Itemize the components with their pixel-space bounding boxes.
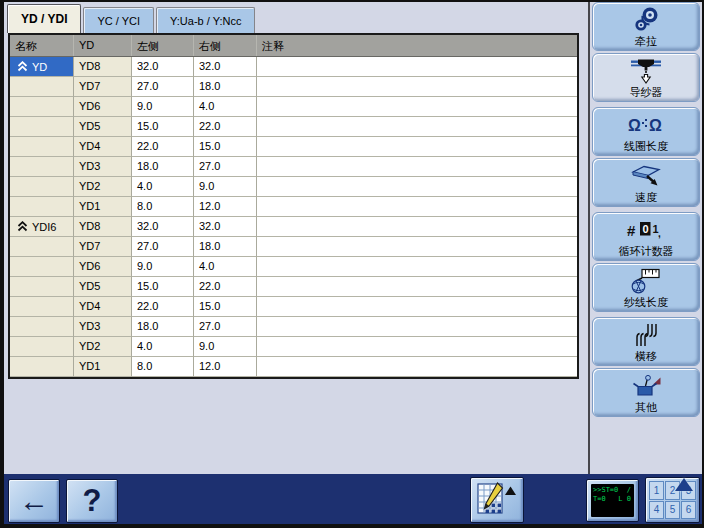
comment-cell[interactable] xyxy=(257,317,577,337)
sidebar-button-yarn-length[interactable]: 纱线长度 xyxy=(592,263,700,312)
machine-status-button[interactable]: >>ST=0 /T=0 L 0 xyxy=(586,479,639,522)
yd-label-cell: YD6 xyxy=(74,97,132,117)
group-name-cell[interactable]: YDI6 xyxy=(10,217,74,237)
left-value-cell[interactable]: 22.0 xyxy=(132,297,194,317)
comment-cell[interactable] xyxy=(257,117,577,137)
group-name-cell[interactable] xyxy=(10,257,74,277)
left-value-cell[interactable]: 15.0 xyxy=(132,277,194,297)
group-name-cell[interactable] xyxy=(10,297,74,317)
right-value-cell[interactable]: 12.0 xyxy=(194,357,257,377)
group-name-cell[interactable] xyxy=(10,77,74,97)
sidebar-button-yarn-carrier[interactable]: 导纱器 xyxy=(592,53,700,102)
left-value-cell[interactable]: 32.0 xyxy=(132,217,194,237)
right-value-cell[interactable]: 15.0 xyxy=(194,137,257,157)
comment-cell[interactable] xyxy=(257,257,577,277)
left-value-cell[interactable]: 18.0 xyxy=(132,157,194,177)
comment-cell[interactable] xyxy=(257,157,577,177)
right-value-cell[interactable]: 12.0 xyxy=(194,197,257,217)
sidebar-button-others[interactable]: 其他 xyxy=(592,368,700,417)
header-comment: 注释 xyxy=(257,35,577,56)
left-value-cell[interactable]: 8.0 xyxy=(132,357,194,377)
comment-cell[interactable] xyxy=(257,217,577,237)
sidebar-button-cycle-counter[interactable]: # 0 1 , 循环计数器 xyxy=(592,212,700,261)
keypad-digit: 6 xyxy=(681,501,696,520)
sidebar-button-speed[interactable]: 速度 xyxy=(592,158,700,207)
group-name-cell[interactable] xyxy=(10,137,74,157)
left-value-cell[interactable]: 9.0 xyxy=(132,257,194,277)
right-value-cell[interactable]: 18.0 xyxy=(194,237,257,257)
right-value-cell[interactable]: 22.0 xyxy=(194,277,257,297)
comment-cell[interactable] xyxy=(257,97,577,117)
right-value-cell[interactable]: 15.0 xyxy=(194,297,257,317)
left-value-cell[interactable]: 4.0 xyxy=(132,177,194,197)
screen-frame-bottom xyxy=(0,524,704,528)
group-name-cell[interactable] xyxy=(10,97,74,117)
right-value-cell[interactable]: 4.0 xyxy=(194,97,257,117)
yd-label-cell: YD6 xyxy=(74,257,132,277)
left-value-cell[interactable]: 9.0 xyxy=(132,97,194,117)
right-value-cell[interactable]: 9.0 xyxy=(194,337,257,357)
left-value-cell[interactable]: 32.0 xyxy=(132,57,194,77)
group-name-cell[interactable] xyxy=(10,277,74,297)
comment-cell[interactable] xyxy=(257,77,577,97)
yd-label-cell: YD7 xyxy=(74,237,132,257)
sidebar-label: 牵拉 xyxy=(635,35,657,47)
yd-label-cell: YD1 xyxy=(74,197,132,217)
group-name-cell[interactable] xyxy=(10,157,74,177)
left-value-cell[interactable]: 18.0 xyxy=(132,317,194,337)
comment-cell[interactable] xyxy=(257,177,577,197)
table-row: YD69.04.0 xyxy=(10,97,577,117)
comment-cell[interactable] xyxy=(257,277,577,297)
group-name-cell[interactable] xyxy=(10,237,74,257)
left-value-cell[interactable]: 4.0 xyxy=(132,337,194,357)
others-icon xyxy=(630,373,662,400)
table-header-row: 名称 YD 左侧 右侧 注释 xyxy=(10,35,577,57)
left-value-cell[interactable]: 15.0 xyxy=(132,117,194,137)
sidebar-label: 线圈长度 xyxy=(624,140,668,152)
table-row: YD515.022.0 xyxy=(10,277,577,297)
yarn-carrier-icon xyxy=(630,58,662,85)
tab-yuab-yncc[interactable]: Y:Ua-b / Y:Ncc xyxy=(156,7,255,33)
back-arrow-icon: ← xyxy=(19,484,49,518)
right-value-cell[interactable]: 27.0 xyxy=(194,317,257,337)
back-button[interactable]: ← xyxy=(8,479,60,523)
sidebar-button-loop-length[interactable]: Ω Ω 线圈长度 xyxy=(592,107,700,156)
comment-cell[interactable] xyxy=(257,197,577,217)
comment-cell[interactable] xyxy=(257,357,577,377)
numeric-keypad-button[interactable]: 1 2 3 4 5 6 xyxy=(645,477,700,523)
group-name-cell[interactable] xyxy=(10,117,74,137)
help-button[interactable]: ? xyxy=(66,479,118,523)
table-row: YD422.015.0 xyxy=(10,297,577,317)
right-value-cell[interactable]: 27.0 xyxy=(194,157,257,177)
tab-yc-yci[interactable]: YC / YCI xyxy=(83,7,154,33)
right-value-cell[interactable]: 32.0 xyxy=(194,217,257,237)
group-name-cell[interactable] xyxy=(10,197,74,217)
right-value-cell[interactable]: 4.0 xyxy=(194,257,257,277)
comment-cell[interactable] xyxy=(257,57,577,77)
right-value-cell[interactable]: 9.0 xyxy=(194,177,257,197)
tab-yd-ydi[interactable]: YD / YDI xyxy=(7,4,81,33)
group-name-cell[interactable] xyxy=(10,357,74,377)
sidebar-button-takedown[interactable]: 牵拉 xyxy=(592,2,700,51)
sidebar-button-racking[interactable]: 横移 xyxy=(592,317,700,366)
table-row: YDI6YD832.032.0 xyxy=(10,217,577,237)
group-name-cell[interactable] xyxy=(10,177,74,197)
group-name-cell[interactable] xyxy=(10,317,74,337)
right-value-cell[interactable]: 22.0 xyxy=(194,117,257,137)
group-name-cell[interactable]: YD xyxy=(10,57,74,77)
comment-cell[interactable] xyxy=(257,237,577,257)
left-value-cell[interactable]: 8.0 xyxy=(132,197,194,217)
comment-cell[interactable] xyxy=(257,297,577,317)
comment-cell[interactable] xyxy=(257,337,577,357)
table-row: YD318.027.0 xyxy=(10,317,577,337)
group-name-cell[interactable] xyxy=(10,337,74,357)
edit-table-button[interactable] xyxy=(470,477,524,523)
right-value-cell[interactable]: 18.0 xyxy=(194,77,257,97)
left-value-cell[interactable]: 22.0 xyxy=(132,137,194,157)
left-value-cell[interactable]: 27.0 xyxy=(132,237,194,257)
table-pencil-icon xyxy=(477,481,517,519)
comment-cell[interactable] xyxy=(257,137,577,157)
left-value-cell[interactable]: 27.0 xyxy=(132,77,194,97)
right-value-cell[interactable]: 32.0 xyxy=(194,57,257,77)
keypad-digit: 1 xyxy=(649,481,664,500)
